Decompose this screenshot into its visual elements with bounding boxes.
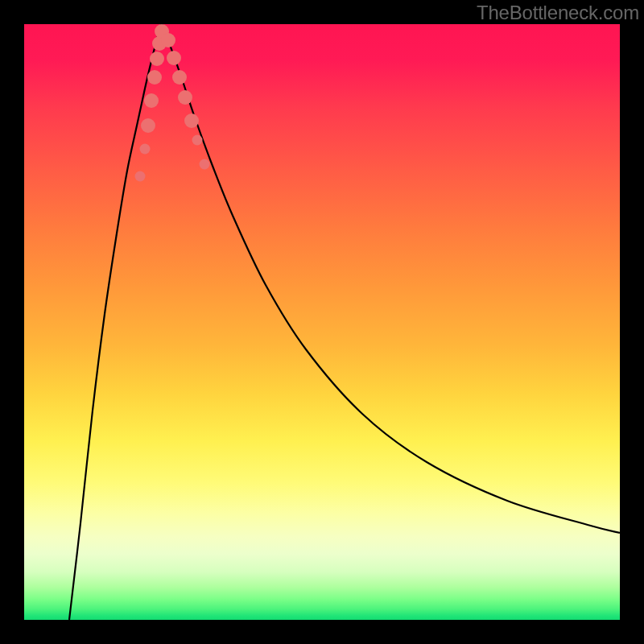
data-marker — [178, 90, 192, 105]
curve-layer — [24, 24, 620, 620]
watermark-text: TheBottleneck.com — [477, 2, 639, 23]
data-marker — [150, 52, 164, 66]
watermark: TheBottleneck.com — [477, 2, 639, 24]
bottleneck-curve-left — [69, 24, 162, 620]
data-marker — [184, 114, 199, 128]
data-marker — [167, 51, 181, 65]
data-marker — [161, 33, 175, 47]
data-marker — [140, 144, 151, 155]
data-marker — [141, 118, 155, 133]
data-marker — [172, 70, 187, 85]
data-marker — [144, 93, 159, 108]
plot-area — [24, 24, 620, 620]
data-marker — [147, 70, 162, 85]
data-markers — [135, 24, 210, 182]
chart-frame: TheBottleneck.com — [0, 0, 644, 644]
data-marker — [200, 159, 210, 170]
data-marker — [135, 171, 146, 182]
bottleneck-curve-right — [162, 24, 620, 533]
data-marker — [192, 135, 203, 146]
